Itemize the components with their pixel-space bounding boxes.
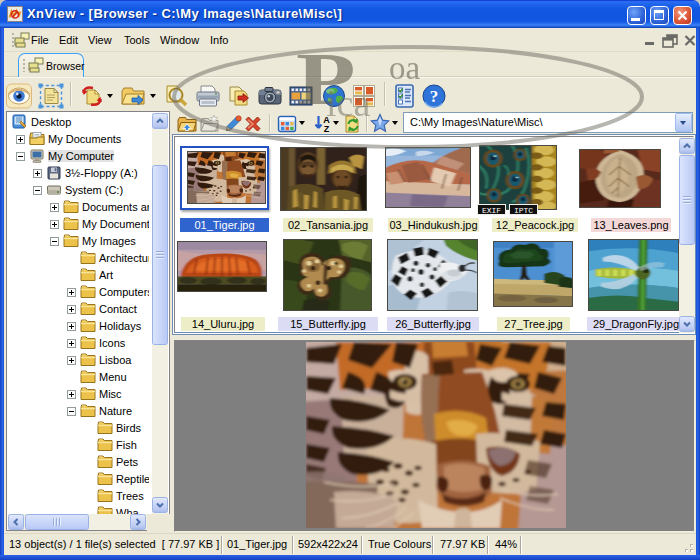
svg-text:Z: Z: [324, 124, 330, 134]
svg-text:?: ?: [430, 87, 439, 106]
